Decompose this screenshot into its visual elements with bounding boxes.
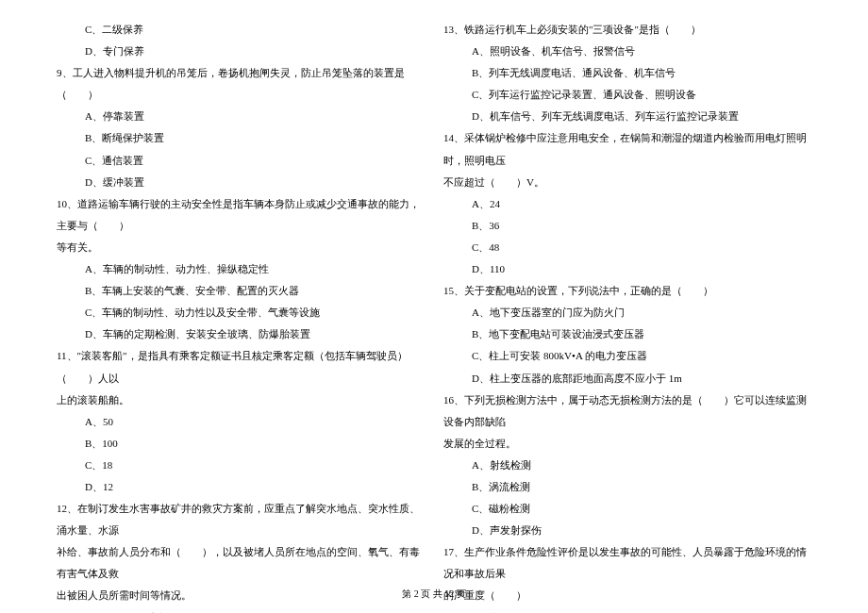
option-text: B、列车无线调度电话、通风设备、机车信号 — [443, 62, 811, 84]
question-text: 等有关。 — [57, 237, 425, 258]
option-text: B、地下变配电站可装设油浸式变压器 — [443, 323, 811, 345]
option-text: B、100 — [57, 433, 425, 455]
question-text: 10、道路运输车辆行驶的主动安全性是指车辆本身防止或减少交通事故的能力，主要与（… — [57, 193, 425, 237]
option-text: D、柱上变压器的底部距地面高度不应小于 1m — [443, 368, 811, 389]
option-text: C、二级保养 — [57, 19, 425, 41]
option-text: A、之和 — [443, 607, 811, 613]
option-text: D、110 — [443, 258, 811, 280]
option-text: A、车辆的制动性、动力性、操纵稳定性 — [57, 258, 425, 280]
question-text: 16、下列无损检测方法中，属于动态无损检测方法的是（ ）它可以连续监测设备内部缺… — [443, 389, 811, 433]
right-column: 13、铁路运行机车上必须安装的"三项设备"是指（ ） A、照明设备、机车信号、报… — [434, 19, 821, 585]
option-text: D、声发射探伤 — [443, 520, 811, 541]
left-column: C、二级保养 D、专门保养 9、工人进入物料提升机的吊笼后，卷扬机抱闸失灵，防止… — [47, 19, 434, 585]
option-text: A、井下运输系统 — [57, 607, 425, 613]
option-text: A、24 — [443, 193, 811, 215]
option-text: B、36 — [443, 215, 811, 237]
question-text: 11、"滚装客船"，是指具有乘客定额证书且核定乘客定额（包括车辆驾驶员）（ ）人… — [57, 345, 425, 389]
option-text: D、车辆的定期检测、安装安全玻璃、防爆胎装置 — [57, 323, 425, 345]
option-text: A、停靠装置 — [57, 106, 425, 127]
option-text: D、12 — [57, 476, 425, 498]
question-text: 9、工人进入物料提升机的吊笼后，卷扬机抱闸失灵，防止吊笼坠落的装置是（ ） — [57, 62, 425, 106]
question-text: 17、生产作业条件危险性评价是以发生事故的可能性、人员暴露于危险环境的情况和事故… — [443, 541, 811, 585]
question-text: 上的滚装船舶。 — [57, 389, 425, 411]
question-text: 13、铁路运行机车上必须安装的"三项设备"是指（ ） — [443, 19, 811, 41]
question-text: 发展的全过程。 — [443, 433, 811, 455]
option-text: D、缓冲装置 — [57, 172, 425, 193]
question-text: 15、关于变配电站的设置，下列说法中，正确的是（ ） — [443, 280, 811, 302]
option-text: D、机车信号、列车无线调度电话、列车运行监控记录装置 — [443, 106, 811, 127]
option-text: A、地下变压器室的门应为防火门 — [443, 302, 811, 323]
question-text: 不应超过（ ）V。 — [443, 172, 811, 193]
option-text: D、专门保养 — [57, 41, 425, 62]
option-text: A、射线检测 — [443, 455, 811, 476]
question-text: 14、采体锅炉检修中应注意用电安全，在锅筒和潮湿的烟道内检验而用电灯照明时，照明… — [443, 127, 811, 171]
option-text: C、车辆的制动性、动力性以及安全带、气囊等设施 — [57, 302, 425, 323]
option-text: C、列车运行监控记录装置、通风设备、照明设备 — [443, 84, 811, 106]
option-text: A、50 — [57, 411, 425, 433]
option-text: C、磁粉检测 — [443, 498, 811, 520]
option-text: C、18 — [57, 455, 425, 476]
question-text: 12、在制订发生水害事故矿井的救灾方案前，应重点了解突水地点、突水性质、涌水量、… — [57, 498, 425, 541]
page-footer: 第 2 页 共 12 页 — [0, 584, 868, 604]
question-text: 补给、事故前人员分布和（ ），以及被堵人员所在地点的空间、氧气、有毒有害气体及救 — [57, 541, 425, 585]
option-text: B、车辆上安装的气囊、安全带、配置的灭火器 — [57, 280, 425, 302]
option-text: A、照明设备、机车信号、报警信号 — [443, 41, 811, 62]
option-text: C、48 — [443, 237, 811, 258]
option-text: B、断绳保护装置 — [57, 127, 425, 149]
option-text: B、涡流检测 — [443, 476, 811, 498]
option-text: C、柱上可安装 800kV•A 的电力变压器 — [443, 345, 811, 367]
option-text: C、通信装置 — [57, 150, 425, 172]
